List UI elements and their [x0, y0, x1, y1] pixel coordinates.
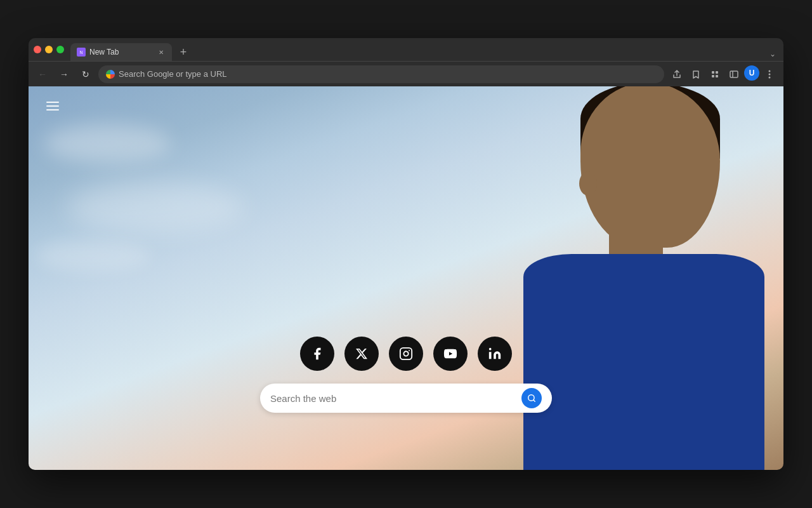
cloud-3 — [36, 240, 150, 272]
tab-favicon: N — [77, 48, 86, 57]
reload-button[interactable]: ↻ — [77, 65, 95, 83]
close-button[interactable] — [34, 46, 41, 53]
svg-text:N: N — [79, 50, 82, 55]
tab-close-button[interactable]: ✕ — [157, 48, 166, 57]
google-icon — [106, 70, 115, 79]
menu-line-1 — [46, 102, 59, 103]
instagram-button[interactable] — [389, 337, 423, 371]
svg-point-9 — [769, 73, 771, 75]
tab-title: New Tab — [89, 48, 153, 57]
svg-rect-2 — [712, 71, 714, 74]
svg-rect-4 — [712, 75, 714, 77]
new-tab-button[interactable]: + — [174, 43, 192, 61]
search-input[interactable] — [270, 393, 515, 404]
svg-rect-5 — [716, 75, 718, 77]
cloud-1 — [44, 124, 171, 163]
extensions-button[interactable] — [706, 65, 724, 83]
svg-rect-6 — [730, 71, 738, 77]
social-icons-row — [300, 337, 512, 371]
address-bar[interactable]: Search Google or type a URL — [98, 65, 664, 83]
menu-button[interactable] — [761, 65, 778, 83]
maximize-button[interactable] — [56, 46, 64, 53]
person-ear — [579, 171, 597, 196]
youtube-button[interactable] — [433, 337, 468, 371]
sidebar-button[interactable] — [725, 65, 743, 83]
minimize-button[interactable] — [45, 46, 53, 53]
traffic-lights — [34, 46, 64, 53]
svg-point-8 — [769, 70, 771, 72]
profile-button[interactable]: U — [744, 65, 759, 81]
svg-line-17 — [534, 400, 535, 402]
nav-bar: ← → ↻ Search Google or type a URL U — [29, 61, 783, 86]
svg-point-10 — [769, 76, 771, 78]
svg-rect-11 — [400, 348, 412, 359]
tab-expand-button[interactable]: ⌄ — [767, 47, 778, 61]
back-button[interactable]: ← — [34, 65, 51, 83]
svg-point-15 — [489, 348, 492, 351]
twitter-button[interactable] — [344, 337, 379, 371]
title-bar: N New Tab ✕ + ⌄ — [29, 38, 783, 61]
search-section — [247, 337, 565, 413]
nav-actions: U — [668, 65, 778, 83]
svg-rect-14 — [489, 352, 492, 359]
share-button[interactable] — [668, 65, 686, 83]
browser-content — [29, 86, 783, 470]
svg-rect-3 — [716, 71, 718, 74]
tabs-area: N New Tab ✕ + ⌄ — [70, 38, 778, 61]
search-bar — [260, 384, 552, 413]
active-tab[interactable]: N New Tab ✕ — [70, 43, 172, 61]
search-submit-button[interactable] — [521, 388, 542, 408]
address-text: Search Google or type a URL — [119, 69, 657, 79]
menu-line-2 — [46, 105, 59, 107]
browser-window: N New Tab ✕ + ⌄ ← → ↻ Search Google or t… — [29, 38, 783, 470]
cloud-2 — [67, 182, 244, 233]
hamburger-menu[interactable] — [44, 99, 62, 113]
menu-line-3 — [46, 109, 59, 110]
bookmark-button[interactable] — [687, 65, 705, 83]
linkedin-button[interactable] — [478, 337, 512, 371]
forward-button[interactable]: → — [55, 65, 73, 83]
facebook-button[interactable] — [300, 337, 334, 371]
